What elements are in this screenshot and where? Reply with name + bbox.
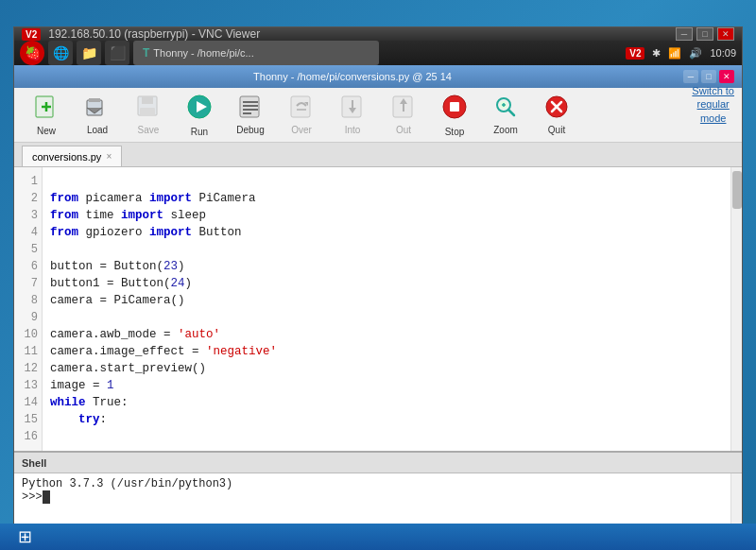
out-icon (391, 95, 416, 123)
debug-button[interactable]: Debug (226, 92, 275, 139)
shell-cursor (43, 490, 50, 504)
svg-line-30 (508, 110, 514, 115)
over-label: Over (291, 125, 312, 135)
stop-label: Stop (445, 127, 465, 137)
clock: 10:09 (710, 47, 736, 59)
vnc2-badge: V2 (626, 47, 644, 60)
run-button[interactable]: Run (175, 92, 224, 139)
svg-rect-15 (291, 96, 310, 117)
tab-close-button[interactable]: × (106, 151, 112, 162)
over-icon (289, 95, 314, 123)
save-label: Save (138, 125, 160, 135)
switch-mode-link[interactable]: Switch to regular mode (692, 84, 734, 125)
save-button[interactable]: Save (124, 92, 173, 139)
vnc-window: V2 192.168.50.10 (raspberrypi) - VNC Vie… (13, 26, 743, 527)
vnc-close-button[interactable]: ✕ (717, 27, 734, 41)
bluetooth-icon: ✱ (652, 47, 661, 60)
code-editor[interactable]: from picamera import PiCamera from time … (43, 167, 730, 451)
globe-icon-button[interactable]: 🌐 (48, 41, 73, 65)
into-label: Into (345, 125, 361, 135)
thonny-window: Thonny - /home/pi/conversions.py @ 25 14… (14, 65, 742, 536)
thonny-close-button[interactable]: ✕ (719, 70, 734, 83)
rpi-logo-button[interactable]: 🍓 (20, 41, 44, 65)
new-label: New (37, 126, 56, 136)
zoom-icon (493, 95, 518, 123)
run-label: Run (191, 127, 208, 137)
shell-header: Shell (14, 453, 742, 473)
debug-icon (238, 95, 263, 123)
vnc-window-controls: ─ □ ✕ (676, 27, 734, 41)
save-icon (136, 95, 161, 123)
thonny-minimize-button[interactable]: ─ (683, 70, 698, 83)
shell-prompt: >>> (22, 490, 723, 504)
load-icon (85, 95, 110, 123)
into-icon (340, 95, 365, 123)
thonny-window-controls: ─ □ ✕ (683, 70, 734, 83)
thonny-titlebar: Thonny - /home/pi/conversions.py @ 25 14… (14, 65, 742, 88)
thonny-title-text: Thonny - /home/pi/conversions.py @ 25 14 (22, 71, 683, 82)
svg-rect-6 (142, 96, 153, 104)
quit-button[interactable]: Quit (532, 92, 581, 139)
wifi-icon: 📶 (668, 47, 681, 60)
stop-icon (441, 94, 468, 125)
prompt-symbol: >>> (22, 490, 43, 504)
folder-icon-button[interactable]: 📁 (77, 41, 101, 65)
svg-rect-4 (89, 98, 100, 102)
vnc-logo: V2 (22, 28, 41, 41)
new-button[interactable]: New (22, 92, 71, 139)
new-icon (34, 95, 59, 124)
vnc-maximize-button[interactable]: □ (696, 27, 713, 41)
tab-filename: conversions.py (32, 151, 101, 163)
zoom-button[interactable]: Zoom (481, 92, 530, 139)
windows-taskbar: ⊞ (0, 524, 756, 550)
python-version: Python 3.7.3 (/usr/bin/python3) (22, 477, 723, 490)
thonny-taskbar-label: Thonny - /home/pi/c... (153, 47, 253, 59)
quit-label: Quit (548, 125, 565, 135)
svg-rect-25 (450, 102, 459, 112)
toolbar: New Load (14, 88, 742, 143)
taskbar-right: V2 ✱ 📶 🔊 10:09 (626, 47, 736, 60)
desktop: V2 192.168.50.10 (raspberrypi) - VNC Vie… (0, 0, 756, 550)
thonny-maximize-button[interactable]: □ (701, 70, 716, 83)
rpi-taskbar: 🍓 🌐 📁 ⬛ T Thonny - /home/pi/c... V2 ✱ 📶 … (14, 41, 742, 65)
line-numbers: 12345678910111213141516 (14, 167, 43, 451)
zoom-label: Zoom (493, 125, 518, 135)
file-tab[interactable]: conversions.py × (22, 146, 122, 166)
windows-start-button[interactable]: ⊞ (6, 526, 43, 547)
scrollbar-thumb[interactable] (732, 171, 742, 209)
shell-label: Shell (22, 457, 46, 469)
out-label: Out (396, 125, 411, 135)
tab-bar: conversions.py × (14, 143, 742, 167)
out-button[interactable]: Out (379, 92, 428, 139)
thonny-icon: T (143, 46, 149, 60)
svg-rect-7 (140, 108, 155, 115)
quit-icon (544, 95, 569, 123)
debug-label: Debug (236, 125, 264, 135)
load-button[interactable]: Load (73, 92, 122, 139)
vnc-titlebar: V2 192.168.50.10 (raspberrypi) - VNC Vie… (14, 27, 742, 41)
vnc-title-text: 192.168.50.10 (raspberrypi) - VNC Viewer (48, 27, 676, 41)
vnc-minimize-button[interactable]: ─ (676, 27, 693, 41)
editor-area[interactable]: 12345678910111213141516 from picamera im… (14, 167, 742, 451)
terminal-icon-button[interactable]: ⬛ (105, 41, 129, 65)
thonny-taskbar-button[interactable]: T Thonny - /home/pi/c... (133, 41, 379, 65)
windows-logo-icon: ⊞ (18, 526, 32, 547)
over-button[interactable]: Over (277, 92, 326, 139)
volume-icon: 🔊 (689, 47, 702, 60)
load-label: Load (87, 125, 108, 135)
run-icon (186, 94, 213, 125)
editor-scrollbar[interactable] (730, 167, 742, 451)
into-button[interactable]: Into (328, 92, 377, 139)
stop-button[interactable]: Stop (430, 92, 479, 139)
